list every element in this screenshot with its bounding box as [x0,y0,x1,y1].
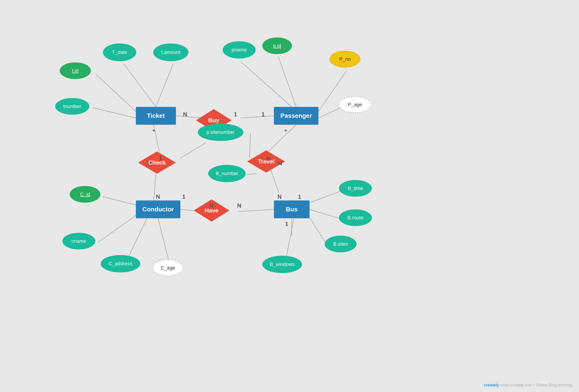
svg-line-6 [240,116,274,118]
card-conductor-n: N [156,193,160,200]
attribute-b-number: B_number [208,165,246,182]
card-conductor-1: 1 [182,193,185,200]
relationship-check: Check [138,152,176,174]
svg-line-8 [278,57,296,107]
svg-line-10 [318,108,341,118]
svg-line-16 [102,197,136,205]
svg-line-21 [238,209,274,212]
attribute-t-date: T_date [103,43,136,61]
card-have-n2: N [237,202,241,209]
attribute-b-sites: B.sites [325,236,357,252]
watermark: creately www.creately.com • Online Diagr… [484,383,572,388]
svg-line-2 [96,74,136,111]
attribute-p-id: p.id [262,37,292,54]
svg-line-0 [124,64,156,107]
entity-passenger: Passenger [274,107,318,125]
svg-line-27 [180,143,206,158]
diagram-container: Ticket Passenger Conductor Bus Buy Check… [0,0,579,392]
attribute-p-sitenumber: p.sitenumber [198,124,243,141]
attribute-t-id: t.id [60,62,91,79]
entity-bus: Bus [274,200,309,218]
attribute-b-route: B.route [339,209,372,226]
card-buy-1-right: 1 [261,111,265,118]
svg-line-17 [98,214,138,242]
attribute-c-age: C_age [152,259,183,276]
svg-line-7 [241,62,292,107]
svg-line-23 [309,209,341,219]
svg-line-11 [268,125,296,152]
attribute-b-time: B_time [339,180,372,197]
watermark-text: www.creately.com • Online Diagramming [500,383,572,387]
card-passenger-star: * [285,128,287,135]
attribute-b-windows: B_windows [262,256,302,273]
card-buy-1-left: 1 [234,111,237,118]
svg-line-15 [154,174,156,200]
attribute-t-amount: t.amount [153,43,188,61]
card-bus-bottom-1: 1 [285,221,288,228]
attribute-c-address: C_address [101,255,140,272]
card-bus-1-top: 1 [298,193,301,200]
entity-ticket: Ticket [136,107,176,125]
card-ticket-star: * [152,128,155,135]
creately-brand: creately [484,383,499,387]
svg-line-24 [307,214,327,246]
attribute-pname: pname [223,41,256,59]
attribute-p-no: P_no [330,51,360,68]
attribute-p-age: P_age [339,96,371,113]
svg-line-3 [92,108,136,118]
attribute-cname: cname [62,233,95,249]
svg-line-22 [309,191,341,203]
entity-conductor: Conductor [136,200,180,218]
attribute-tnumber: tnumber [55,98,89,115]
attribute-c-id: C_id [70,186,100,203]
card-bus-n: N [278,193,282,200]
card-buy-n1: N [183,111,187,118]
svg-line-13 [247,174,256,174]
svg-line-1 [156,64,173,107]
card-travel-n-bottom: N [278,160,282,167]
